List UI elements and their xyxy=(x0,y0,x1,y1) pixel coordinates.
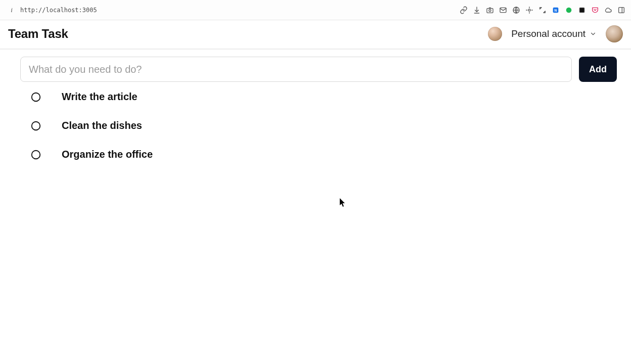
task-item: Write the article xyxy=(30,91,617,103)
task-checkbox[interactable] xyxy=(30,92,41,103)
task-list: Write the article Clean the dishes Organ… xyxy=(20,91,617,160)
user-avatar[interactable] xyxy=(606,25,623,42)
svg-point-1 xyxy=(489,9,491,11)
pocket-icon[interactable] xyxy=(591,6,600,15)
mail-icon[interactable] xyxy=(499,6,508,15)
account-switcher[interactable]: Personal account xyxy=(508,26,600,41)
task-label: Write the article xyxy=(62,91,138,103)
account-label: Personal account xyxy=(511,28,585,39)
site-info-icon[interactable]: i xyxy=(8,7,15,14)
sidebar-panel-icon[interactable] xyxy=(617,6,626,15)
browser-toolbar: N xyxy=(459,6,626,15)
svg-rect-9 xyxy=(619,7,624,13)
team-avatar[interactable] xyxy=(488,27,502,41)
add-button[interactable]: Add xyxy=(579,57,617,82)
app-header: Team Task Personal account xyxy=(0,20,631,50)
task-label: Clean the dishes xyxy=(62,120,142,131)
mouse-cursor xyxy=(340,198,346,207)
task-label: Organize the office xyxy=(62,149,153,160)
task-checkbox[interactable] xyxy=(30,149,41,160)
app-root: Team Task Personal account Add Write the… xyxy=(0,20,631,364)
svg-rect-0 xyxy=(487,8,493,13)
cloud-icon[interactable] xyxy=(604,6,613,15)
extension-square-icon[interactable] xyxy=(577,6,587,15)
camera-icon[interactable] xyxy=(485,6,494,15)
crosshair-icon[interactable] xyxy=(525,6,534,15)
extension-blue-icon[interactable]: N xyxy=(551,6,560,15)
svg-point-4 xyxy=(528,9,530,11)
new-task-input[interactable] xyxy=(20,57,572,82)
add-task-row: Add xyxy=(20,57,617,82)
task-item: Organize the office xyxy=(30,149,617,160)
svg-point-12 xyxy=(32,150,40,159)
download-icon[interactable] xyxy=(472,6,481,15)
url-text[interactable]: http://localhost:3005 xyxy=(20,7,97,14)
browser-address-bar: i http://localhost:3005 N xyxy=(0,0,631,20)
link-icon[interactable] xyxy=(459,6,468,15)
globe-icon[interactable] xyxy=(512,6,521,15)
task-checkbox[interactable] xyxy=(30,120,41,131)
app-title: Team Task xyxy=(8,27,68,41)
chevron-down-icon xyxy=(590,30,597,37)
svg-rect-8 xyxy=(579,8,584,12)
svg-point-10 xyxy=(32,93,40,101)
task-item: Clean the dishes xyxy=(30,120,617,131)
content-area: Add Write the article Clean the dishes O… xyxy=(0,50,631,160)
svg-point-11 xyxy=(32,121,40,130)
svg-point-7 xyxy=(566,7,572,13)
expand-icon[interactable] xyxy=(538,6,547,15)
extension-green-icon[interactable] xyxy=(564,6,573,15)
svg-text:N: N xyxy=(555,8,557,12)
